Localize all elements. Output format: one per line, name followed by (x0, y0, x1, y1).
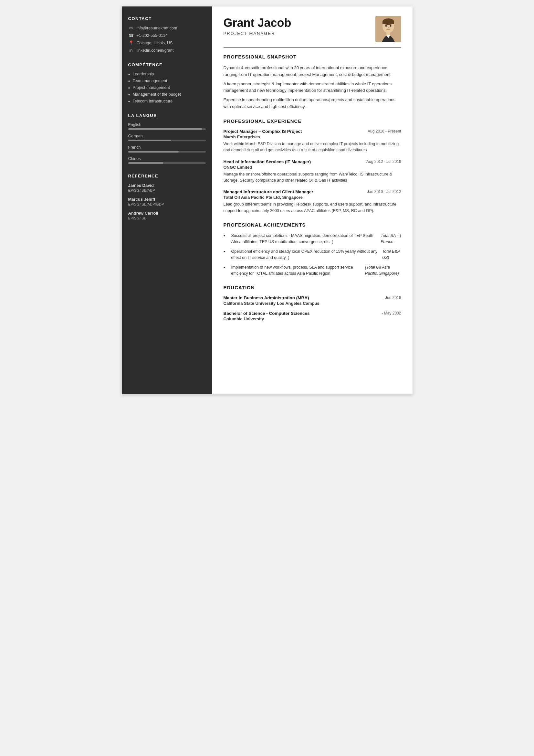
linkedin-value: linkedin.com/in/grant (137, 48, 174, 53)
exp-title: Head of Information Services (IT Manager… (223, 159, 311, 164)
reference-name: Marcus Jeniff (128, 197, 206, 202)
reference-item: Marcus Jeniff EP/SG/ISB/ABP/GDP (128, 197, 206, 206)
language-bars: English German French Chines (128, 122, 206, 164)
achievement-list: Successfull project completions - MAAS m… (223, 233, 401, 277)
reference-code: EP/SG/ISB/ABP/GDP (128, 202, 206, 206)
exp-date: Jan 2010 - Jul 2012 (367, 189, 401, 194)
langue-section: LA LANGUE English German French Chines (128, 113, 206, 164)
competence-section: COMPÉTENCE LeardershipTeam managementPro… (128, 62, 206, 103)
edu-degree: Bachelor of Science - Computer Sciences (223, 311, 310, 316)
exp-company: Marsh Enterprises (223, 134, 401, 139)
exp-date: Aug 2016 - Present (368, 129, 401, 133)
language-item: English (128, 122, 206, 130)
location-value: Chicago, Illinois, US (137, 41, 173, 45)
svg-rect-4 (383, 22, 394, 24)
candidate-title: PROJECT MANAGER (223, 31, 292, 36)
education-section: EDUCATION Master in Business Administrat… (223, 285, 401, 321)
resume-container: CONTACT ✉ info@resumekraft.com ☎ +1-202-… (122, 7, 413, 394)
email-value: info@resumekraft.com (137, 26, 177, 30)
reference-heading: RÉFÉRENCE (128, 174, 206, 178)
contact-heading: CONTACT (128, 16, 206, 21)
phone-item: ☎ +1-202-555-0114 (128, 33, 206, 38)
sidebar: CONTACT ✉ info@resumekraft.com ☎ +1-202-… (122, 7, 212, 394)
linkedin-icon: in (128, 48, 134, 53)
snapshot-section: PROFESSIONAL SNAPSHOT Dynamic & versatil… (223, 54, 401, 110)
exp-header: Head of Information Services (IT Manager… (223, 159, 401, 164)
language-name: Chines (128, 156, 206, 161)
competence-item: Leardership (128, 72, 206, 76)
linkedin-item: in linkedin.com/in/grant (128, 48, 206, 53)
language-name: French (128, 145, 206, 149)
education-item: Bachelor of Science - Computer Sciences … (223, 311, 401, 321)
experience-heading: PROFESSIONAL EXPERIENCE (223, 118, 401, 125)
edu-details: Master in Business Administration (MBA) … (223, 295, 319, 306)
language-bar-fill (128, 128, 202, 130)
language-item: Chines (128, 156, 206, 164)
exp-date: Aug 2012 - Jul 2016 (366, 159, 401, 164)
header-area: Grant Jacob PROJECT MANAGER (223, 16, 401, 47)
achievement-item: Successfull project completions - MAAS m… (223, 233, 401, 245)
phone-icon: ☎ (128, 33, 134, 38)
competence-item: Management of the budget (128, 92, 206, 97)
svg-point-6 (390, 25, 391, 27)
language-item: German (128, 134, 206, 141)
references-list: James David EP/SG/ISB/ABP Marcus Jeniff … (128, 183, 206, 220)
achievement-item: Operational efficiency and steady local … (223, 249, 401, 261)
exp-description: Manage the onshore/offshore operational … (223, 171, 401, 184)
education-items: Master in Business Administration (MBA) … (223, 295, 401, 321)
location-item: 📍 Chicago, Illinois, US (128, 40, 206, 45)
exp-description: Lead group different teams in providing … (223, 202, 401, 214)
reference-item: James David EP/SG/ISB/ABP (128, 183, 206, 192)
experience-items: Project Manager – Complex IS Project Aug… (223, 129, 401, 214)
snapshot-paragraph: A keen planner, strategist & implementer… (223, 81, 401, 94)
edu-details: Bachelor of Science - Computer Sciences … (223, 311, 310, 321)
achievements-heading: PROFESIONAL ACHIEVEMENTS (223, 222, 401, 229)
snapshot-paragraph: Expertise in spearheading multimillion d… (223, 97, 401, 110)
experience-section: PROFESSIONAL EXPERIENCE Project Manager … (223, 118, 401, 214)
competence-list: LeardershipTeam managementProject manage… (128, 72, 206, 103)
email-icon: ✉ (128, 26, 134, 30)
edu-degree: Master in Business Administration (MBA) (223, 295, 319, 300)
exp-company: ONGC Limited (223, 165, 401, 170)
edu-institution: California State University Los Angeles … (223, 301, 319, 306)
reference-section: RÉFÉRENCE James David EP/SG/ISB/ABP Marc… (128, 174, 206, 220)
exp-header: Managed Infrastructure and Client Manage… (223, 189, 401, 194)
language-bar-fill (128, 162, 163, 164)
competence-item: Telecom Infrastructure (128, 99, 206, 103)
competence-item: Team management (128, 79, 206, 83)
language-bar-fill (128, 151, 179, 152)
phone-value: +1-202-555-0114 (137, 33, 168, 38)
main-content: Grant Jacob PROJECT MANAGER (212, 7, 413, 394)
language-bar-bg (128, 140, 206, 141)
language-bar-bg (128, 162, 206, 164)
education-heading: EDUCATION (223, 285, 401, 291)
experience-item: Project Manager – Complex IS Project Aug… (223, 129, 401, 153)
exp-description: Work within Marsh E&P Division to manage… (223, 141, 401, 153)
language-item: French (128, 145, 206, 152)
language-bar-fill (128, 140, 171, 141)
reference-name: James David (128, 183, 206, 188)
experience-item: Managed Infrastructure and Client Manage… (223, 189, 401, 214)
exp-company: Total Oil Asia Pacific Pte Ltd, Singapor… (223, 195, 401, 200)
edu-date: - May 2002 (382, 311, 401, 315)
achievement-item: Implementation of new workflows, process… (223, 264, 401, 277)
location-icon: 📍 (128, 40, 134, 45)
edu-date: - Jun 2016 (383, 295, 401, 300)
exp-title: Project Manager – Complex IS Project (223, 129, 302, 134)
edu-institution: Columbia University (223, 316, 310, 321)
experience-item: Head of Information Services (IT Manager… (223, 159, 401, 184)
svg-point-5 (385, 25, 387, 27)
language-bar-bg (128, 128, 206, 130)
snapshot-heading: PROFESSIONAL SNAPSHOT (223, 54, 401, 61)
header-text: Grant Jacob PROJECT MANAGER (223, 16, 292, 36)
exp-header: Project Manager – Complex IS Project Aug… (223, 129, 401, 134)
snapshot-paragraph: Dynamic & versatile professional with 20… (223, 65, 401, 78)
email-item: ✉ info@resumekraft.com (128, 26, 206, 30)
reference-code: EP/SG/ISB (128, 216, 206, 220)
reference-item: Andrew Carroll EP/SG/ISB (128, 211, 206, 220)
svg-rect-7 (386, 33, 390, 35)
language-name: English (128, 122, 206, 127)
education-item: Master in Business Administration (MBA) … (223, 295, 401, 306)
contact-section: CONTACT ✉ info@resumekraft.com ☎ +1-202-… (128, 16, 206, 53)
competence-heading: COMPÉTENCE (128, 62, 206, 67)
